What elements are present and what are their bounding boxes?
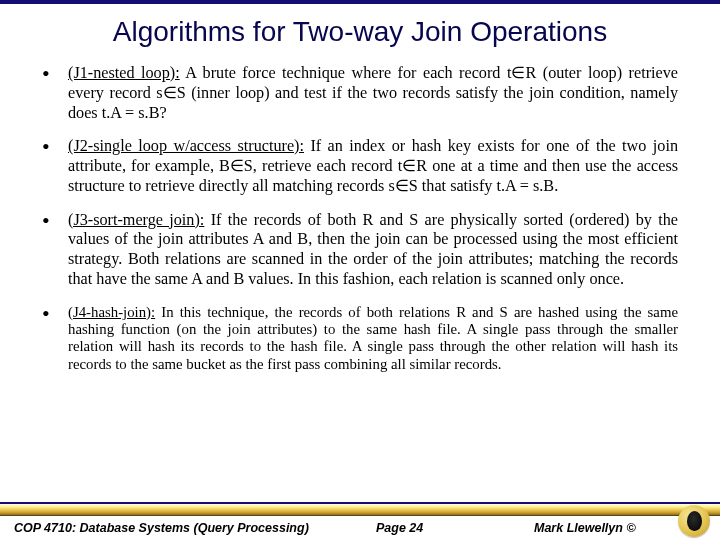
bullet-4: • (J4-hash-join): In this technique, the… [42,304,678,373]
bullet-3: • (J3-sort-merge join): If the records o… [42,211,678,290]
bullet-lead: (J1-nested loop): [68,64,180,82]
footer-course: COP 4710: Database Systems (Query Proces… [0,521,376,535]
bullet-text: (J4-hash-join): In this technique, the r… [68,304,678,373]
slide-footer: COP 4710: Database Systems (Query Proces… [0,512,720,540]
bullet-lead: (J2-single loop w/access structure): [68,137,304,155]
bullet-lead: (J4-hash-join): [68,304,155,320]
bullet-text: (J3-sort-merge join): If the records of … [68,211,678,290]
bullet-2: • (J2-single loop w/access structure): I… [42,137,678,196]
bullet-dot: • [42,211,68,290]
bullet-lead: (J3-sort-merge join): [68,211,204,229]
bullet-dot: • [42,64,68,123]
bullet-dot: • [42,137,68,196]
footer-bar [0,502,720,516]
bullet-text: (J1-nested loop): A brute force techniqu… [68,64,678,123]
slide-title: Algorithms for Two-way Join Operations [0,16,720,48]
footer-text: COP 4710: Database Systems (Query Proces… [0,516,720,540]
bullet-dot: • [42,304,68,373]
bullet-1: • (J1-nested loop): A brute force techni… [42,64,678,123]
footer-page: Page 24 [376,521,534,535]
slide-content: • (J1-nested loop): A brute force techni… [0,64,720,373]
slide: Algorithms for Two-way Join Operations •… [0,0,720,540]
ucf-logo-icon [678,505,710,537]
bullet-text: (J2-single loop w/access structure): If … [68,137,678,196]
